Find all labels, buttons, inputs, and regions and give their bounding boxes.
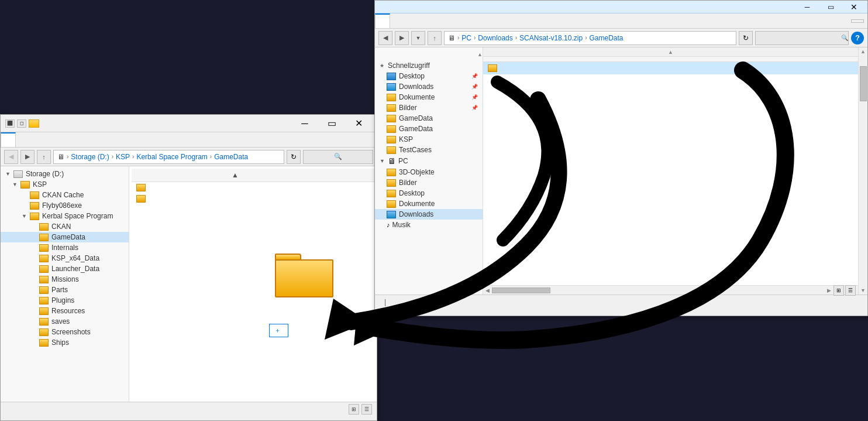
refresh-right-button[interactable]: ↻	[739, 31, 753, 45]
squad-folder-icon	[136, 184, 146, 191]
tree-saves[interactable]: saves	[1, 316, 129, 327]
address-bar[interactable]: 🖥 › Storage (D:) › KSP › Kerbal Space Pr…	[53, 150, 284, 164]
help-button[interactable]: ?	[851, 32, 864, 45]
vertical-scrollbar[interactable]: ▲ ▼	[858, 47, 867, 295]
mod-address-bar[interactable]: 🖥 › PC › Downloads › SCANsat-v18.10.zip …	[444, 31, 736, 45]
quick-access-icon: ⬛	[5, 119, 15, 128]
testcases-icon	[387, 146, 396, 154]
tree-screenshots[interactable]: Screenshots	[1, 327, 129, 337]
sort-indicator[interactable]: ▲	[232, 171, 239, 179]
grid-view-icon[interactable]: ⊞	[833, 285, 844, 296]
tree-parts[interactable]: Parts	[1, 285, 129, 295]
tree-pc-right[interactable]: ▼ 🖥 PC	[375, 155, 483, 167]
tree-missions[interactable]: Missions	[1, 274, 129, 285]
tree-kerbal[interactable]: ▼ Kerbal Space Program	[1, 211, 129, 221]
folder-icon	[29, 119, 39, 128]
tab-freigeben-right[interactable]	[404, 13, 418, 28]
tree-storage-drive[interactable]: ▼ Storage (D:)	[1, 169, 129, 179]
tree-gamedata-right2[interactable]: GameData	[375, 124, 483, 134]
tree-ckan[interactable]: CKAN	[1, 221, 129, 232]
folder-saves-icon	[39, 318, 49, 326]
close-button[interactable]: ✕	[345, 115, 372, 132]
tree-internals[interactable]: Internals	[1, 242, 129, 253]
refresh-button[interactable]: ↻	[287, 150, 301, 164]
up-button[interactable]: ↑	[37, 150, 51, 164]
tab-start-left[interactable]	[16, 132, 30, 147]
tree-bilder-right[interactable]: Bilder 📌	[375, 102, 483, 113]
tree-gamedata-right1[interactable]: GameData	[375, 113, 483, 124]
scroll-left-icon: ◀	[485, 287, 490, 293]
scroll-right-icon: ▶	[827, 287, 831, 293]
folder-kerbal-icon	[30, 213, 39, 220]
list-view-icon[interactable]: ⊞	[349, 404, 359, 415]
tab-freigeben-left[interactable]	[30, 132, 44, 147]
game-folder-titlebar: ⬛ ◻ ─ ▭ ✕	[1, 115, 377, 132]
detail-view-icon[interactable]: ☰	[361, 404, 372, 415]
folder-plugins-icon	[39, 297, 49, 304]
tree-dokumente-right[interactable]: Dokumente 📌	[375, 92, 483, 102]
path-downloads[interactable]: Downloads	[478, 34, 512, 42]
file-item-squadexpansion[interactable]	[132, 193, 374, 204]
tree-3d[interactable]: 3D-Objekte	[375, 167, 483, 177]
file-item-squad[interactable]	[132, 182, 374, 193]
tree-gamedata[interactable]: GameData	[1, 232, 129, 242]
tree-musik[interactable]: ♪ Musik	[375, 220, 483, 230]
tools-ribbon: ─ ▭ ✕	[375, 1, 867, 13]
tab-datei-left[interactable]	[1, 132, 16, 147]
tab-datei-right[interactable]	[375, 13, 390, 28]
extract-button[interactable]	[851, 19, 864, 23]
tree-flyby[interactable]: Flyby086exe	[1, 200, 129, 211]
forward-button[interactable]: ▶	[20, 150, 35, 164]
back-button[interactable]: ◀	[4, 150, 18, 164]
tree-ships[interactable]: Ships	[1, 337, 129, 348]
search-box[interactable]: 🔍	[303, 150, 373, 164]
folder-parts-icon	[39, 286, 49, 294]
tree-schnellzugriff[interactable]: ★ Schnellzugriff	[375, 60, 483, 71]
list-view-icon-right[interactable]: ☰	[845, 285, 856, 296]
search-right-box[interactable]: 🔍	[755, 31, 849, 45]
tree-ckan-cache[interactable]: CKAN Cache	[1, 190, 129, 200]
3d-icon	[387, 169, 396, 176]
navup2-button[interactable]: ↑	[428, 31, 442, 45]
path-scansat-zip[interactable]: SCANsat-v18.10.zip	[519, 34, 583, 42]
horizontal-scrollbar[interactable]: ◀ ▶ ⊞ ☰	[483, 285, 858, 295]
tab-ansicht-right[interactable]	[418, 13, 432, 28]
minimize-right-button[interactable]: ─	[798, 1, 816, 13]
tree-desktop-pc[interactable]: Desktop	[375, 188, 483, 198]
maximize-right-button[interactable]: ▭	[822, 1, 839, 13]
collapse-sidebar-btn[interactable]: ▲	[477, 52, 483, 57]
mod-folder-navbar: ◀ ▶ ▼ ↑ 🖥 › PC › Downloads › SCANsat-v18…	[375, 29, 867, 47]
tree-plugins[interactable]: Plugins	[1, 295, 129, 306]
tree-ksp[interactable]: ▼ KSP	[1, 179, 129, 190]
tree-desktop-right[interactable]: Desktop 📌	[375, 71, 483, 81]
folder-gamedata-icon	[39, 234, 49, 241]
folder-flyby-icon	[30, 202, 39, 210]
empty-area	[483, 74, 858, 285]
path-pc-right[interactable]: PC	[461, 34, 471, 42]
forward-right-button[interactable]: ▶	[395, 31, 409, 45]
back-right-button[interactable]: ◀	[378, 31, 392, 45]
minimize-button[interactable]: ─	[291, 115, 318, 132]
mod-folder-sidebar: ▲ ★ Schnellzugriff Desktop 📌 Downloads 📌…	[375, 47, 483, 295]
path-ksp[interactable]: KSP	[116, 153, 130, 161]
tab-start-right[interactable]	[390, 13, 404, 28]
tree-launcher[interactable]: Launcher_Data	[1, 263, 129, 274]
path-ksp-full[interactable]: Kerbal Space Program	[136, 153, 207, 161]
tree-bilder-pc[interactable]: Bilder	[375, 177, 483, 188]
tab-ansicht-left[interactable]	[44, 132, 58, 147]
path-gamedata-right[interactable]: GameData	[589, 34, 623, 42]
path-gamedata[interactable]: GameData	[214, 153, 248, 161]
tree-downloads-pc[interactable]: Downloads	[375, 209, 483, 220]
maximize-button[interactable]: ▭	[318, 115, 345, 132]
file-item-scansat[interactable]	[483, 62, 858, 74]
tree-downloads-right[interactable]: Downloads 📌	[375, 81, 483, 92]
tree-ksp-x64[interactable]: KSP_x64_Data	[1, 253, 129, 263]
tree-resources[interactable]: Resources	[1, 306, 129, 316]
close-right-button[interactable]: ✕	[845, 1, 863, 13]
tree-dokumente-pc[interactable]: Dokumente	[375, 198, 483, 209]
tree-ksp-right[interactable]: KSP	[375, 134, 483, 145]
up-right-button[interactable]: ▼	[411, 31, 425, 45]
path-storage[interactable]: Storage (D:)	[71, 153, 109, 161]
tree-testcases[interactable]: TestCases	[375, 145, 483, 155]
window-controls[interactable]: ─ ▭ ✕	[291, 115, 372, 132]
